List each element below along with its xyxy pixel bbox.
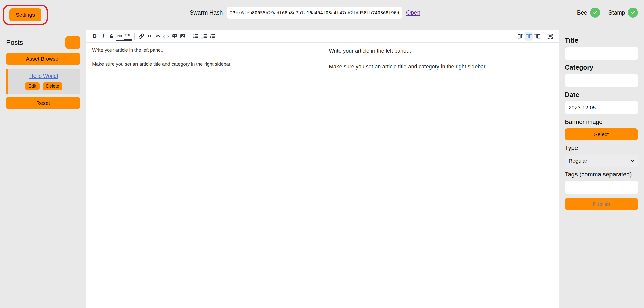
- post-delete-button[interactable]: Delete: [43, 82, 62, 90]
- preview-paragraph: Make sure you set an article title and c…: [329, 64, 552, 70]
- type-label: Type: [565, 144, 638, 151]
- editor-toolbar: B I S HR TITL ” </> {=} 123: [86, 30, 559, 43]
- swarm-hash-row: Swarm Hash Open: [190, 0, 420, 25]
- chevron-down-icon: [630, 158, 635, 164]
- category-label: Category: [565, 64, 638, 71]
- open-link[interactable]: Open: [406, 9, 420, 16]
- settings-button[interactable]: Settings: [9, 8, 41, 21]
- post-edit-button[interactable]: Edit: [25, 82, 40, 90]
- image-icon[interactable]: [179, 32, 187, 41]
- bee-status-label: Bee: [577, 9, 587, 16]
- type-select-value: Regular: [569, 158, 587, 164]
- toolbar-divider: [134, 33, 135, 40]
- stamp-check-icon: [628, 8, 638, 18]
- swarm-hash-input[interactable]: [227, 7, 402, 19]
- horizontal-rule-icon[interactable]: HR: [116, 32, 124, 41]
- posts-heading: Posts: [6, 39, 23, 47]
- view-split-icon[interactable]: [525, 32, 533, 41]
- inline-code-icon[interactable]: </>: [154, 32, 162, 41]
- bold-icon[interactable]: B: [91, 32, 99, 41]
- category-input[interactable]: [565, 74, 638, 87]
- banner-image-label: Banner image: [565, 118, 638, 125]
- fullscreen-icon[interactable]: [546, 32, 554, 41]
- ordered-list-icon[interactable]: 123: [200, 32, 208, 41]
- editor-panes: Write your article in the left pane... M…: [86, 43, 559, 308]
- strikethrough-icon[interactable]: S: [108, 32, 115, 41]
- type-select[interactable]: Regular: [565, 155, 638, 167]
- code-block-icon[interactable]: {=}: [162, 32, 170, 41]
- stamp-status-label: Stamp: [608, 9, 625, 16]
- date-label: Date: [565, 91, 638, 98]
- view-mode-group: [516, 32, 554, 41]
- view-preview-only-icon[interactable]: [533, 32, 541, 41]
- article-properties-panel: Title Category Date Banner image Select …: [565, 37, 638, 210]
- italic-icon[interactable]: I: [99, 32, 107, 41]
- markdown-input-pane[interactable]: Write your article in the left pane... M…: [86, 43, 322, 308]
- title-label: Title: [565, 37, 638, 44]
- title-input[interactable]: [565, 47, 638, 60]
- reset-button[interactable]: Reset: [6, 97, 80, 109]
- preview-paragraph: Write your article in the left pane...: [329, 48, 552, 54]
- status-row: Bee Stamp: [577, 0, 638, 25]
- post-title-link[interactable]: Hello World!: [29, 73, 58, 79]
- banner-select-button[interactable]: Select: [565, 128, 638, 140]
- tags-label: Tags (comma separated): [565, 171, 638, 178]
- app-root: Settings Swarm Hash Open Bee Stamp Posts…: [0, 0, 644, 308]
- task-list-icon[interactable]: [209, 32, 216, 41]
- new-post-button[interactable]: +: [65, 36, 80, 49]
- settings-red-annotation: Settings: [3, 5, 48, 25]
- markdown-paragraph: Write your article in the left pane...: [92, 47, 316, 53]
- posts-sidebar: Posts + Asset Browser Hello World! Edit …: [6, 36, 80, 109]
- markdown-paragraph: Make sure you set an article title and c…: [92, 61, 316, 67]
- publish-button[interactable]: Publish: [565, 198, 638, 210]
- toolbar-divider: [189, 33, 189, 40]
- comment-code-icon[interactable]: [171, 32, 178, 41]
- markdown-editor: B I S HR TITL ” </> {=} 123: [86, 30, 559, 308]
- toolbar-divider: [544, 33, 544, 40]
- bee-check-icon: [590, 8, 600, 18]
- bullet-list-icon[interactable]: [192, 32, 200, 41]
- preview-pane: Write your article in the left pane... M…: [322, 43, 559, 308]
- swarm-hash-label: Swarm Hash: [190, 9, 223, 16]
- view-editor-only-icon[interactable]: [517, 32, 524, 41]
- post-list-item: Hello World! Edit Delete: [6, 69, 80, 94]
- tags-input[interactable]: [565, 181, 638, 194]
- quote-icon[interactable]: ”: [146, 32, 153, 41]
- asset-browser-button[interactable]: Asset Browser: [6, 53, 80, 65]
- link-icon[interactable]: [137, 32, 145, 41]
- svg-text:3: 3: [201, 37, 202, 39]
- title-icon[interactable]: TITL: [124, 32, 132, 41]
- date-input[interactable]: [565, 101, 638, 114]
